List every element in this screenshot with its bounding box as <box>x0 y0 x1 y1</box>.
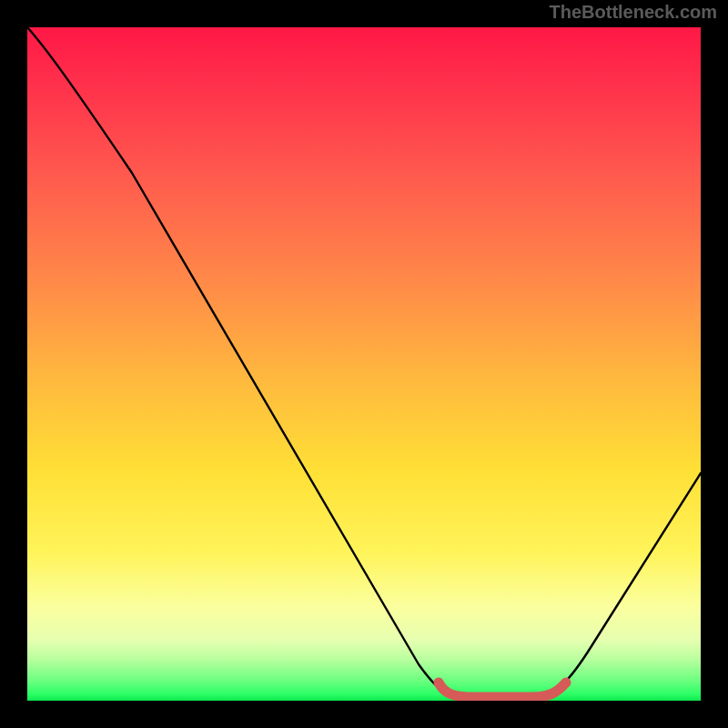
plot-area <box>27 27 701 701</box>
optimal-zone-marker <box>439 682 566 697</box>
watermark-text: TheBottleneck.com <box>550 2 717 23</box>
bottleneck-curve <box>27 27 701 697</box>
curve-layer <box>27 27 701 701</box>
chart-container: TheBottleneck.com <box>0 0 728 728</box>
